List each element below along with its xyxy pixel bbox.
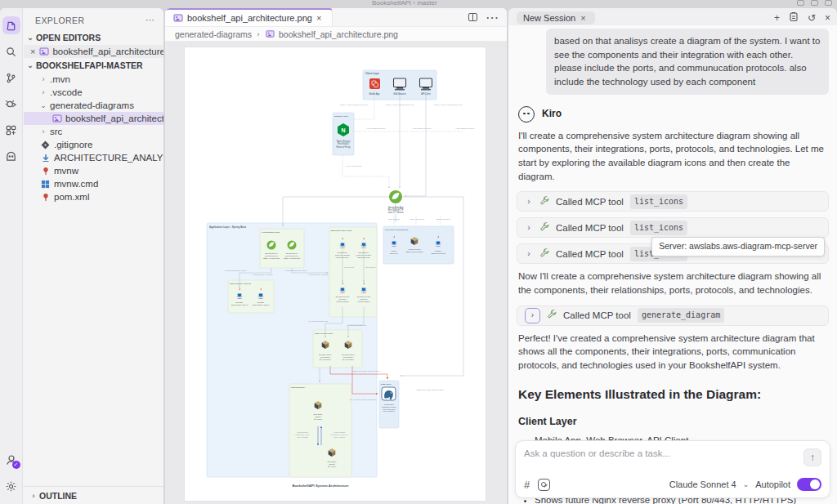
svg-text:JDBC Port 5432 Hibernate ORM: JDBC Port 5432 Hibernate ORM — [416, 389, 443, 390]
chat-panel: New Session × + ↺ × based on that analis… — [508, 8, 837, 504]
chevron-down-icon: ⌄ — [27, 33, 34, 42]
explorer-sidebar: EXPLORER ⋯ ⌄ OPEN EDITORS × bookshelf_ap… — [24, 8, 163, 504]
chevron-right-icon: › — [529, 310, 537, 322]
history-icon[interactable]: ↺ — [808, 12, 816, 24]
svg-text:Presentation Layer: Presentation Layer — [262, 231, 280, 234]
chevron-focus-ring[interactable]: › — [525, 308, 540, 323]
wrench-icon — [539, 221, 549, 235]
tree-item-mvnw-cmd[interactable]: mvnw.cmd — [24, 177, 163, 190]
svg-text:Future: HTTP/HTTPS Port 80/443: Future: HTTP/HTTPS Port 80/443 — [386, 104, 414, 105]
explorer-title: EXPLORER — [35, 16, 84, 25]
settings-gear-icon[interactable] — [2, 477, 20, 495]
outline-section[interactable]: › OUTLINE — [27, 488, 163, 503]
svg-text:Request/Response JSON: Request/Response JSON — [285, 270, 307, 271]
svg-text:Developer Environment: Developer Environment — [385, 229, 408, 231]
breadcrumb[interactable]: generated-diagrams › bookshelf_api_archi… — [165, 27, 507, 41]
tree-item-diagram-png[interactable]: bookshelf_api_architecture.png — [24, 112, 163, 125]
tool-call-row[interactable]: › Called MCP tool list_icons Server: aws… — [517, 243, 829, 264]
tool-name-chip: generate_diagram — [638, 308, 724, 323]
tool-call-row[interactable]: › Called MCP tool list_icons — [517, 217, 829, 238]
architecture-diagram: Java — [185, 47, 487, 502]
account-icon[interactable]: ✓ — [2, 451, 20, 469]
editor-panel: bookshelf_api_architecture.png × ⋯ gener… — [165, 8, 507, 504]
git-icon — [40, 140, 51, 150]
svg-text:Implementation: Implementation — [358, 301, 371, 302]
attach-image-icon[interactable] — [538, 479, 550, 491]
tree-item-generated-diagrams[interactable]: ⌄generated-diagrams — [24, 99, 163, 112]
chat-message-list[interactable]: based on that analisys create a diagram … — [508, 25, 837, 504]
svg-text:Proxy to Port 5000: Proxy to Port 5000 — [346, 165, 362, 167]
autopilot-label: Autopilot — [755, 479, 790, 489]
svg-text:mappedBy 'shelf': mappedBy 'shelf' — [295, 434, 310, 435]
run-debug-icon[interactable] — [2, 95, 20, 113]
close-panel-icon[interactable]: × — [825, 12, 830, 24]
assistant-header: Kiro — [518, 106, 829, 123]
explorer-more-icon[interactable]: ⋯ — [145, 15, 155, 25]
open-editor-item[interactable]: × bookshelf_api_architecture.... — [24, 45, 163, 58]
project-title: BookshelfAPI › master — [372, 0, 437, 7]
assistant-paragraph: Now I'll create a comprehensive system a… — [518, 270, 827, 297]
books-controller-icon — [267, 241, 276, 250]
chevron-down-icon: ⌄ — [27, 61, 34, 69]
tree-item-architecture-md[interactable]: ARCHITECTURE_ANALYSIS.md — [24, 151, 163, 164]
source-control-icon[interactable] — [2, 69, 20, 87]
svg-text:Implements: Implements — [365, 266, 376, 268]
workspace-section[interactable]: ⌄ BOOKSHELFAPI-MASTER — [24, 58, 163, 73]
tool-call-row-generate[interactable]: › Called MCP tool generate_diagram — [517, 306, 829, 326]
svg-text:Request/Response JSON: Request/Response JSON — [225, 270, 247, 271]
tree-item-gitignore[interactable]: .gitignore — [24, 138, 163, 151]
autopilot-toggle[interactable] — [797, 478, 821, 491]
close-icon[interactable]: × — [30, 47, 35, 56]
image-file-icon — [38, 47, 49, 57]
open-editors-section[interactable]: ⌄ OPEN EDITORS — [24, 30, 163, 45]
image-preview-canvas: Java — [165, 41, 507, 504]
new-chat-icon[interactable]: + — [774, 12, 780, 24]
chat-input[interactable] — [524, 448, 803, 458]
chevron-right-icon[interactable]: › — [525, 222, 533, 234]
split-editor-icon[interactable] — [468, 13, 477, 21]
chat-tab-new-session[interactable]: New Session × — [517, 11, 595, 25]
svg-text:Java 17 · Maven: Java 17 · Maven — [387, 211, 404, 214]
chevron-right-icon[interactable]: › — [525, 248, 533, 261]
chevron-right-icon[interactable]: › — [525, 196, 533, 208]
svg-text:BookServiceImpl: BookServiceImpl — [336, 296, 350, 297]
svg-text:ShelfRepository: ShelfRepository — [342, 354, 355, 355]
tab-diagram-png[interactable]: bookshelf_api_architecture.png × — [165, 8, 333, 26]
send-button[interactable]: ↑ — [803, 448, 821, 466]
chevron-down-icon[interactable]: ⌄ — [743, 480, 750, 488]
svg-text:REST API Endpoints: REST API Endpoints — [263, 257, 280, 259]
tool-call-row[interactable]: › Called MCP tool list_icons — [517, 191, 829, 212]
close-icon[interactable]: × — [580, 13, 589, 23]
svg-text:Jackson 2.15.2: Jackson 2.15.2 — [409, 248, 421, 250]
chevron-right-icon: › — [40, 88, 47, 96]
tree-item-src[interactable]: ›src — [24, 125, 163, 138]
task-list-icon[interactable] — [789, 11, 799, 25]
svg-text:Domain Model: Domain Model — [291, 386, 305, 389]
model-selector[interactable]: Claude Sonnet 4 — [669, 479, 736, 489]
svg-text:Business Logic Layer: Business Logic Layer — [331, 230, 352, 232]
tree-item-vscode[interactable]: ›.vscode — [24, 86, 163, 99]
kiro-explorer-icon[interactable] — [2, 16, 20, 34]
editor-more-icon[interactable]: ⋯ — [486, 10, 499, 25]
kiro-ghost-icon[interactable] — [2, 147, 20, 165]
tool-name-chip: list_icons — [630, 194, 687, 209]
search-icon[interactable] — [2, 42, 20, 60]
svg-text:JPA Model: JPA Model — [328, 466, 337, 467]
close-icon[interactable]: × — [316, 13, 325, 23]
svg-text:JSON Framework: JSON Framework — [410, 218, 425, 220]
chevron-down-icon: ⌄ — [40, 101, 47, 109]
tree-item-mvnw[interactable]: mvnw — [24, 164, 163, 177]
context-hash-icon[interactable]: # — [524, 479, 530, 491]
svg-text:Data Transfer Object: Data Transfer Object — [231, 304, 248, 306]
tree-item-mvn[interactable]: ›.mvn — [24, 73, 163, 86]
svg-text:JPA Repository: JPA Repository — [320, 359, 333, 360]
editor-tab-bar: bookshelf_api_architecture.png × ⋯ — [165, 8, 507, 27]
tree-item-pom-xml[interactable]: pom.xml — [24, 190, 163, 203]
svg-text:ShelfServiceImpl: ShelfServiceImpl — [357, 296, 371, 297]
svg-text:N: N — [341, 127, 345, 133]
svg-text:Implements: Implements — [344, 266, 355, 268]
markdown-file-icon — [40, 153, 51, 163]
title-bar: BookshelfAPI › master — [0, 0, 837, 8]
extensions-icon[interactable] — [2, 121, 20, 139]
svg-text:JPA Mapping CRUD Operations: JPA Mapping CRUD Operations — [350, 399, 377, 400]
